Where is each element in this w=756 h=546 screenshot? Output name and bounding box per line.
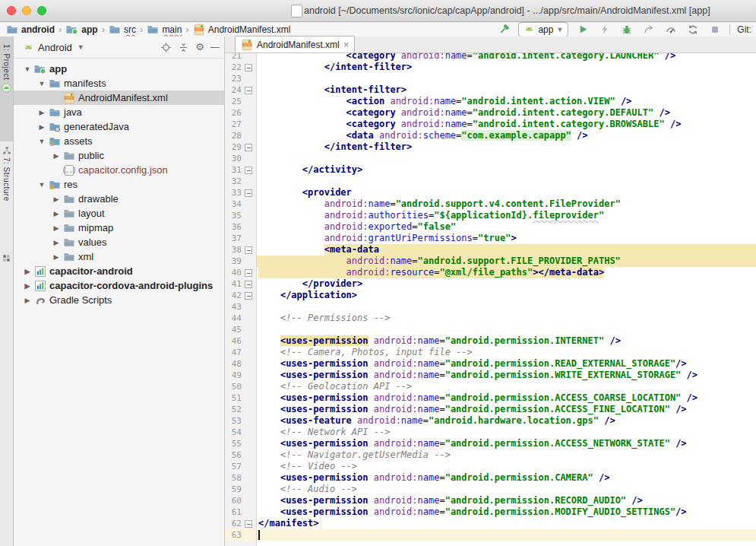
code-line-56[interactable]: <!-- Navigator.getUserMedia --> (257, 449, 756, 461)
tree-collapsed-arrow-icon[interactable]: ▶ (36, 123, 48, 131)
code-line-47[interactable]: <!-- Camera, Photos, input file --> (257, 347, 756, 358)
debug-button-icon[interactable] (619, 23, 634, 37)
code-line-23[interactable] (257, 73, 756, 84)
locate-file-icon[interactable] (160, 42, 172, 53)
breadcrumb-item-app[interactable]: app (65, 24, 97, 36)
code-line-63[interactable] (257, 529, 756, 541)
stop-button-icon[interactable] (707, 23, 723, 37)
tree-collapsed-arrow-icon[interactable]: ▶ (36, 109, 48, 116)
tree-collapsed-arrow-icon[interactable]: ▶ (50, 253, 62, 261)
window-minimize-button[interactable] (22, 6, 31, 15)
breadcrumb-item-main[interactable]: main (147, 24, 182, 36)
window-close-button[interactable] (7, 6, 16, 15)
code-line-60[interactable]: <uses-permission android:name="android.p… (257, 495, 756, 506)
code-line-38[interactable]: <meta-data (257, 244, 756, 256)
tree-collapsed-arrow-icon[interactable]: ▶ (50, 224, 62, 232)
tree-collapsed-arrow-icon[interactable]: ▶ (21, 282, 33, 290)
code-line-52[interactable]: <uses-permission android:name="android.p… (257, 404, 756, 415)
code-line-35[interactable]: android:authorities="${applicationId}.fi… (257, 210, 756, 221)
tree-item-mipmap[interactable]: ▶mipmap (14, 221, 224, 235)
run-configuration-select[interactable]: app ▼ (518, 22, 568, 37)
tree-item-xml[interactable]: ▶xml (14, 249, 224, 264)
fold-end-icon[interactable] (245, 167, 252, 174)
gradle-sync-icon[interactable] (685, 23, 701, 37)
fold-end-icon[interactable] (245, 292, 252, 300)
build-hammer-icon[interactable] (496, 23, 511, 37)
fold-end-icon[interactable] (245, 144, 252, 151)
code-line-43[interactable] (257, 301, 756, 313)
code-line-51[interactable]: <uses-permission android:name="android.p… (257, 392, 756, 404)
code-line-24[interactable]: <intent-filter> (257, 84, 756, 96)
git-label[interactable]: Git: (737, 24, 751, 35)
editor-tab-androidmanifest[interactable]: </> AndroidManifest.xml × (235, 36, 355, 52)
code-line-34[interactable]: android:name="android.support.v4.content… (257, 198, 756, 210)
fold-end-icon[interactable] (245, 64, 252, 71)
tree-item-app[interactable]: ▼app (14, 62, 224, 76)
code-line-25[interactable]: <action android:name="android.intent.act… (257, 96, 756, 107)
code-line-50[interactable]: <!-- Geolocation API --> (257, 381, 756, 392)
editor-body[interactable]: 2122232425262728293031323334353637383940… (225, 53, 756, 546)
code-line-55[interactable]: <uses-permission android:name="android.p… (257, 438, 756, 449)
tree-collapsed-arrow-icon[interactable]: ▶ (50, 210, 62, 217)
code-line-28[interactable]: <data android:scheme="com.example.capapp… (257, 130, 756, 141)
code-line-26[interactable]: <category android:name="android.intent.c… (257, 107, 756, 119)
fold-end-icon[interactable] (245, 281, 252, 288)
tree-item-assets[interactable]: ▼assets (14, 134, 224, 148)
tree-collapsed-arrow-icon[interactable]: ▶ (50, 239, 62, 246)
breadcrumb-item-android[interactable]: android (6, 24, 55, 36)
code-line-36[interactable]: android:exported="false" (257, 221, 756, 233)
profiler-icon[interactable] (663, 23, 679, 37)
tree-item-capacitor-config-json[interactable]: {..}capacitor.config.json (14, 163, 224, 177)
code-line-49[interactable]: <uses-permission android:name="android.p… (257, 370, 756, 381)
tree-item-capacitor-cordova-android-plugins[interactable]: ▶capacitor-cordova-android-plugins (14, 278, 224, 293)
code-line-53[interactable]: <uses-feature android:name="android.hard… (257, 415, 756, 427)
tree-expanded-arrow-icon[interactable]: ▼ (21, 65, 33, 73)
tree-collapsed-arrow-icon[interactable]: ▶ (50, 195, 62, 203)
tree-item-public[interactable]: ▶public (14, 148, 224, 163)
code-line-39[interactable]: android:name="android.support.FILE_PROVI… (257, 256, 756, 267)
code-line-21[interactable]: <category android:name="android.intent.c… (257, 53, 756, 62)
fold-start-icon[interactable] (245, 189, 252, 197)
fold-end-icon[interactable] (245, 269, 252, 277)
tree-item-layout[interactable]: ▶layout (14, 206, 224, 221)
code-line-62[interactable]: </manifest> (257, 518, 756, 529)
project-view-selector[interactable]: Android ▼ (23, 42, 84, 53)
fold-end-icon[interactable] (245, 520, 252, 528)
code-line-22[interactable]: </intent-filter> (257, 62, 756, 73)
run-button-icon[interactable] (575, 23, 590, 37)
code-area[interactable]: <category android:name="android.intent.c… (257, 53, 756, 546)
code-line-30[interactable] (257, 153, 756, 164)
tree-item-java[interactable]: ▶java (14, 105, 224, 119)
code-line-59[interactable]: <!-- Audio --> (257, 484, 756, 495)
code-line-44[interactable]: <!-- Permissions --> (257, 313, 756, 324)
attach-debugger-icon[interactable] (641, 23, 656, 37)
code-line-57[interactable]: <!-- Video --> (257, 461, 756, 472)
tree-item-generatedjava[interactable]: ▶generatedJava (14, 119, 224, 134)
favorites-icon[interactable] (2, 254, 11, 262)
tree-expanded-arrow-icon[interactable]: ▼ (36, 80, 48, 87)
breadcrumb-item-androidmanifest-xml[interactable]: </>AndroidManifest.xml (193, 24, 291, 36)
tool-window-tab-structure[interactable]: 7: Structure (0, 144, 13, 243)
tree-collapsed-arrow-icon[interactable]: ▶ (50, 152, 62, 160)
collapse-all-icon[interactable] (178, 42, 189, 53)
code-line-45[interactable] (257, 324, 756, 335)
code-line-41[interactable]: </provider> (257, 278, 756, 290)
code-line-31[interactable]: </activity> (257, 164, 756, 176)
code-line-37[interactable]: android:grantUriPermissions="true"> (257, 233, 756, 244)
fold-start-icon[interactable] (245, 87, 252, 94)
code-line-46[interactable]: <uses-permission android:name="android.p… (257, 335, 756, 347)
code-line-54[interactable]: <!-- Network API --> (257, 427, 756, 438)
tree-item-res[interactable]: ▼res (14, 177, 224, 192)
tree-item-manifests[interactable]: ▼manifests (14, 76, 224, 90)
code-line-58[interactable]: <uses-permission android:name="android.p… (257, 472, 756, 484)
tree-expanded-arrow-icon[interactable]: ▼ (36, 138, 48, 145)
tree-item-drawable[interactable]: ▶drawable (14, 192, 224, 206)
tree-item-gradle-scripts[interactable]: ▶Gradle Scripts (14, 293, 224, 307)
code-line-27[interactable]: <category android:name="android.intent.c… (257, 119, 756, 130)
tree-expanded-arrow-icon[interactable]: ▼ (36, 181, 48, 189)
code-line-42[interactable]: </application> (257, 290, 756, 301)
code-line-33[interactable]: <provider (257, 187, 756, 198)
close-icon[interactable]: × (343, 41, 350, 49)
code-line-48[interactable]: <uses-permission android:name="android.p… (257, 358, 756, 370)
tool-window-tab-project[interactable]: 1: Project (0, 37, 13, 141)
